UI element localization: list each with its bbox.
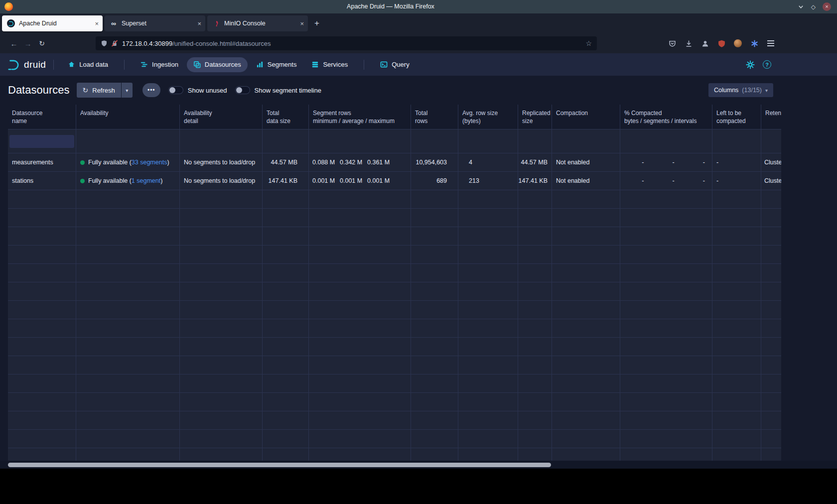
refresh-button[interactable]: ↻ Refresh	[77, 83, 121, 98]
tab-close-icon[interactable]: ×	[197, 20, 201, 27]
availability-text: )	[167, 159, 169, 166]
nav-item-query[interactable]: Query	[374, 57, 416, 72]
horizontal-scrollbar-track[interactable]	[0, 461, 837, 469]
more-actions-button[interactable]: •••	[142, 83, 160, 97]
columns-button[interactable]: Columns (13/15) ▾	[708, 83, 773, 97]
empty-cell	[458, 375, 518, 393]
empty-cell	[620, 282, 712, 301]
filter-cell-availability	[76, 129, 180, 153]
empty-cell	[411, 448, 458, 461]
availability-segments-link[interactable]: 33 segments	[132, 159, 167, 166]
column-header-text: bytes / segments / intervals	[624, 117, 709, 125]
empty-cell	[8, 448, 76, 461]
save-to-pocket-icon[interactable]	[666, 37, 679, 50]
window-minimize-icon[interactable]	[798, 3, 804, 10]
tab-minio-console[interactable]: MinIO Console ×	[207, 15, 308, 31]
empty-row	[8, 375, 781, 393]
nav-item-services[interactable]: Services	[305, 57, 354, 72]
druid-logo[interactable]: druid	[7, 58, 46, 71]
extension-blue-icon[interactable]	[748, 37, 761, 50]
column-header-text: minimum / average / maximum	[313, 117, 408, 125]
menu-icon[interactable]	[764, 37, 777, 50]
tab-apache-druid[interactable]: Apache Druid ×	[2, 15, 103, 31]
empty-cell	[309, 448, 411, 461]
empty-cell	[458, 301, 518, 319]
page-toolbar: Datasources ↻ Refresh ▾ ••• Show unused …	[0, 76, 837, 105]
column-header-left-to-be-compacted[interactable]: Left to becompacted	[712, 105, 761, 129]
empty-cell	[309, 190, 411, 209]
horizontal-scrollbar-thumb[interactable]	[8, 463, 551, 467]
empty-cell	[309, 393, 411, 411]
empty-cell	[620, 375, 712, 393]
datasource-name-filter-input[interactable]	[9, 135, 74, 148]
downloads-icon[interactable]	[682, 37, 695, 50]
column-header-retention[interactable]: Retention	[761, 105, 781, 129]
empty-cell	[76, 282, 180, 301]
column-header-datasource-name[interactable]: Datasourcename	[8, 105, 76, 129]
column-header-compaction[interactable]: Compaction	[552, 105, 620, 129]
column-header-pct-compacted[interactable]: % Compactedbytes / segments / intervals	[620, 105, 712, 129]
refresh-interval-dropdown[interactable]: ▾	[122, 83, 133, 98]
settings-gear-icon[interactable]	[746, 60, 755, 69]
cell-pct-compacted: ---	[620, 153, 712, 172]
empty-cell	[458, 246, 518, 264]
shield-permissions-icon[interactable]	[101, 40, 108, 47]
tab-label: MinIO Console	[224, 20, 297, 27]
extension-avatar-icon[interactable]	[731, 37, 744, 50]
empty-cell	[712, 209, 761, 227]
empty-cell	[411, 209, 458, 227]
show-segment-timeline-label: Show segment timeline	[255, 87, 321, 94]
insecure-lock-icon[interactable]	[111, 40, 118, 47]
page-title: Datasources	[8, 84, 70, 97]
empty-cell	[552, 338, 620, 356]
cell-datasource-name[interactable]: stations	[8, 172, 76, 190]
nav-item-datasources[interactable]: Datasources	[187, 57, 248, 72]
forward-button[interactable]: →	[21, 36, 35, 50]
datasource-row: measurementsFully available (33 segments…	[8, 153, 781, 172]
empty-cell	[518, 393, 552, 411]
cell-retention[interactable]: Cluster default	[761, 153, 781, 172]
show-unused-toggle[interactable]	[168, 86, 183, 94]
empty-cell	[712, 430, 761, 448]
column-header-total-data-size[interactable]: Totaldata size	[263, 105, 309, 129]
url-path: /unified-console.html#datasources	[172, 40, 271, 47]
column-header-segment-rows[interactable]: Segment rowsminimum / average / maximum	[309, 105, 411, 129]
cell-retention[interactable]: Cluster default	[761, 172, 781, 190]
cell-left-to-be-compacted: -	[712, 153, 761, 172]
availability-segments-link[interactable]: 1 segment	[132, 177, 160, 184]
tab-close-icon[interactable]: ×	[95, 20, 99, 27]
empty-cell	[458, 393, 518, 411]
account-icon[interactable]	[698, 37, 711, 50]
ublock-origin-icon[interactable]	[715, 37, 728, 50]
window-restore-icon[interactable]: ◇	[811, 4, 816, 10]
cell-datasource-name[interactable]: measurements	[8, 153, 76, 172]
column-header-availability[interactable]: Availability	[76, 105, 180, 129]
tab-close-icon[interactable]: ×	[300, 20, 304, 27]
empty-cell	[76, 319, 180, 338]
column-header-total-rows[interactable]: Totalrows	[411, 105, 458, 129]
show-segment-timeline-toggle[interactable]	[235, 86, 250, 94]
bookmark-star-icon[interactable]: ☆	[585, 39, 592, 47]
empty-cell	[458, 411, 518, 430]
empty-row	[8, 246, 781, 264]
nav-item-segments[interactable]: Segments	[250, 57, 303, 72]
column-header-availability-detail[interactable]: Availabilitydetail	[180, 105, 263, 129]
empty-cell	[263, 411, 309, 430]
column-header-avg-row-size[interactable]: Avg. row size(bytes)	[458, 105, 518, 129]
nav-item-ingestion[interactable]: Ingestion	[134, 57, 185, 72]
empty-cell	[620, 227, 712, 246]
window-close-button[interactable]: ×	[823, 2, 831, 11]
url-bar[interactable]: 172.18.0.4:30899/unified-console.html#da…	[96, 36, 597, 50]
empty-cell	[180, 209, 263, 227]
empty-cell	[8, 411, 76, 430]
column-header-replicated-size[interactable]: Replicatedsize	[518, 105, 552, 129]
nav-item-load-data[interactable]: Load data	[61, 57, 115, 72]
help-icon[interactable]: ?	[763, 60, 771, 69]
reload-button[interactable]: ↻	[35, 36, 49, 50]
new-tab-button[interactable]: +	[310, 16, 324, 30]
tab-superset[interactable]: ∞ Superset ×	[105, 15, 205, 31]
pct-compacted-value: -	[651, 159, 681, 166]
nav-item-label: Ingestion	[152, 61, 178, 68]
url-text[interactable]: 172.18.0.4:30899/unified-console.html#da…	[122, 40, 581, 47]
back-button[interactable]: ←	[7, 36, 21, 50]
